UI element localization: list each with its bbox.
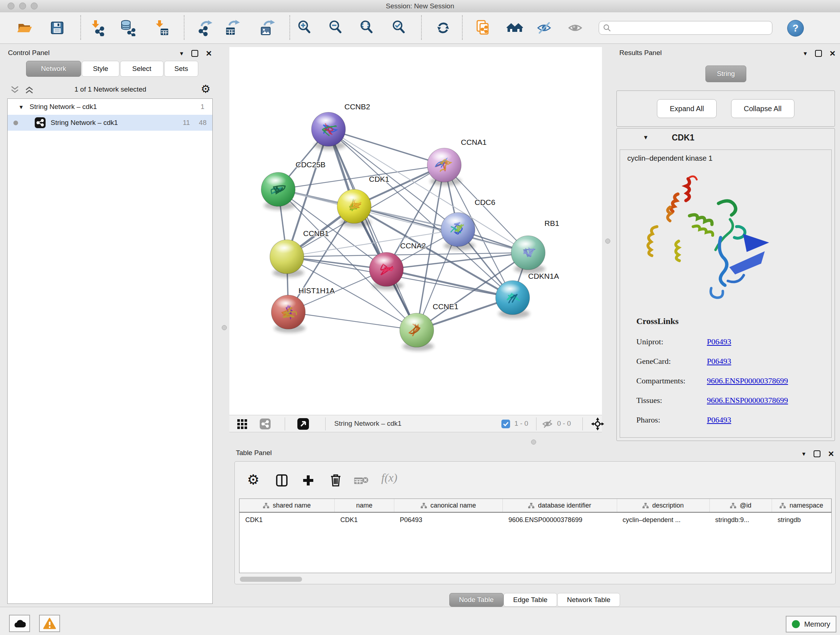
birds-eye-grid-icon[interactable] [237,419,248,429]
table-horizontal-scrollbar[interactable] [240,577,302,582]
network-node-ccna2[interactable] [369,252,403,290]
open-session-button[interactable] [16,19,33,36]
search-input[interactable] [614,22,772,34]
column-header-description[interactable]: description [617,499,709,512]
import-network-from-database-button[interactable] [120,19,136,36]
panel-collapse-icon[interactable]: ▼ [801,451,807,457]
tree-expand-icon[interactable]: ▼ [19,104,24,110]
warning-button[interactable] [39,615,60,632]
table-cell[interactable]: stringdb [772,512,831,527]
clone-network-button[interactable] [475,19,491,36]
network-node-cdkn1a[interactable] [496,280,530,318]
table-settings-button[interactable]: ⚙ [247,472,259,488]
import-table-button[interactable] [153,19,169,36]
panel-close-icon[interactable]: ✕ [205,51,212,56]
entry-header[interactable]: ▼ CDK1 [617,128,835,149]
export-image-button[interactable] [259,19,276,36]
search-field[interactable] [599,21,772,35]
panel-close-icon[interactable]: ✕ [829,51,836,56]
zoom-out-button[interactable] [327,19,344,36]
network-node-ccnb2[interactable] [311,112,346,150]
cloud-button[interactable] [9,615,30,632]
gear-icon[interactable]: ⚙ [201,82,210,95]
network-node-cdk1[interactable] [337,189,371,227]
crosslink-value-link[interactable]: P06493 [707,415,788,424]
panel-collapse-icon[interactable]: ▼ [803,50,808,57]
column-header-shared-name[interactable]: shared name [240,499,335,512]
network-node-rb1[interactable] [511,236,545,273]
network-node-cdc6[interactable] [441,212,475,250]
share-view-icon[interactable] [260,418,271,429]
tab-network-table[interactable]: Network Table [557,593,620,607]
tab-style[interactable]: Style [82,61,119,77]
network-node-cdc25b[interactable] [261,172,295,210]
zoom-fit-button[interactable] [358,19,375,36]
zoom-selected-button[interactable] [391,19,407,36]
network-node-ccnb1[interactable] [270,240,304,277]
fit-crosshair-icon[interactable] [591,417,604,431]
table-row[interactable]: CDK1CDK1P064939606.ENSP00000378699cyclin… [240,512,831,527]
show-all-button[interactable] [567,19,584,36]
add-column-button[interactable] [302,474,314,486]
save-session-button[interactable] [49,19,65,36]
network-canvas[interactable]: CCNB2CCNA1CDC25BCDK1CDC6RB1CCNB1CCNA2CDK… [229,47,602,415]
column-header-namespace[interactable]: namespace [772,499,831,512]
apply-function-button[interactable]: f(x) [381,471,397,485]
overview-toggle-icon[interactable] [297,418,309,430]
network-edge[interactable] [288,312,417,330]
panel-close-icon[interactable]: ✕ [828,451,834,456]
import-network-button[interactable] [88,19,105,36]
horizontal-splitter-handle[interactable] [531,440,536,445]
table-cell[interactable]: 9606.ENSP00000378699 [502,512,617,527]
collapse-all-button[interactable]: Collapse All [731,99,794,118]
network-edge[interactable] [287,253,528,257]
network-edge[interactable] [328,129,444,165]
column-header-@id[interactable]: @id [709,499,772,512]
panel-float-icon[interactable] [813,450,821,457]
export-table-button[interactable] [224,19,241,36]
network-collection-row[interactable]: ▼ String Network – cdk1 1 [8,99,212,115]
expand-all-button[interactable]: Expand All [657,99,717,118]
first-neighbors-button[interactable] [507,19,523,36]
memory-button[interactable]: Memory [786,616,836,632]
delete-table-button[interactable] [354,476,369,486]
tab-edge-table[interactable]: Edge Table [504,593,557,607]
column-visibility-button[interactable] [275,474,288,487]
tab-node-table[interactable]: Node Table [449,593,504,607]
table-cell[interactable]: cyclin–dependent ... [617,512,709,527]
vertical-splitter-handle[interactable] [222,325,227,330]
table-cell[interactable]: CDK1 [240,512,335,527]
panel-float-icon[interactable] [815,50,822,57]
zoom-in-button[interactable] [296,19,313,36]
export-network-button[interactable] [197,19,214,36]
table-cell[interactable]: stringdb:9... [709,512,772,527]
network-node-hist1h1a[interactable] [271,295,305,333]
column-header-canonical-name[interactable]: canonical name [394,499,502,512]
refresh-view-button[interactable] [435,19,452,36]
hide-selected-button[interactable] [536,19,553,36]
delete-column-button[interactable] [330,473,342,487]
tab-select[interactable]: Select [120,61,164,77]
network-row-selected[interactable]: String Network – cdk1 11 48 [8,115,212,131]
column-header-database-identifier[interactable]: database identifier [502,499,617,512]
vertical-splitter-handle[interactable] [605,239,610,244]
panel-collapse-icon[interactable]: ▼ [179,50,185,57]
crosslink-value-link[interactable]: 9606.ENSP00000378699 [707,376,788,386]
tab-sets[interactable]: Sets [164,61,198,77]
crosslink-value-link[interactable]: P06493 [707,337,788,347]
network-node-ccne1[interactable] [400,313,434,351]
crosslink-value-link[interactable]: P06493 [707,356,788,366]
panel-float-icon[interactable] [191,50,198,57]
network-node-ccna1[interactable] [427,148,461,186]
table-cell[interactable]: P06493 [394,512,502,527]
network-edge[interactable] [328,129,417,330]
help-button[interactable]: ? [787,20,804,36]
tab-string[interactable]: String [706,65,746,82]
selected-checkbox[interactable] [501,420,510,428]
hidden-eye-icon[interactable] [542,419,553,429]
crosslink-value-link[interactable]: 9606.ENSP00000378699 [707,396,788,405]
table-cell[interactable]: CDK1 [335,512,394,527]
tab-network[interactable]: Network [26,61,81,77]
column-header-name[interactable]: name [335,499,394,512]
entry-expand-icon[interactable]: ▼ [643,134,649,141]
